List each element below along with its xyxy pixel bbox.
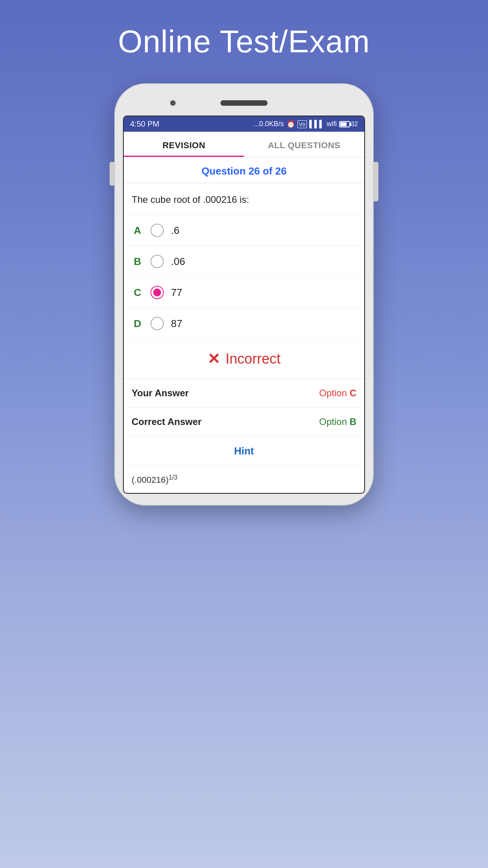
radio-d[interactable]: [150, 317, 164, 330]
wifi-icon: wifi: [327, 120, 337, 128]
phone-top: [123, 95, 365, 111]
alarm-icon: ⏰: [286, 120, 295, 129]
option-row-d[interactable]: D 87: [124, 308, 364, 339]
result-banner: ✕ Incorrect: [124, 339, 364, 379]
question-number: Question 26 of 26: [202, 165, 287, 177]
status-bar: 4:50 PM ...0.0KB/s ⏰ Vo ▌▌▌ wifi 32: [124, 116, 364, 132]
correct-answer-value: Option B: [319, 416, 356, 427]
correct-answer-label: Correct Answer: [132, 416, 202, 427]
radio-c-inner: [153, 289, 161, 296]
network-speed: ...0.0KB/s: [253, 120, 284, 128]
status-right: ...0.0KB/s ⏰ Vo ▌▌▌ wifi 32: [253, 120, 358, 129]
option-row-c[interactable]: C 77: [124, 277, 364, 308]
battery-icon: [339, 121, 350, 127]
hint-superscript: 1/3: [169, 474, 177, 481]
your-answer-row: Your Answer Option C: [124, 379, 364, 408]
question-text: The cube root of .000216 is:: [124, 183, 364, 215]
option-letter-d: D: [132, 318, 143, 330]
vo-icon: Vo: [297, 120, 307, 128]
option-text-b: .06: [171, 256, 185, 268]
result-text: Incorrect: [226, 351, 281, 367]
app-title: Online Test/Exam: [118, 24, 370, 60]
option-text-d: 87: [171, 318, 182, 330]
battery-indicator: 32: [339, 121, 358, 128]
camera-icon: [170, 100, 176, 106]
speaker-icon: [220, 100, 268, 106]
phone-frame: 4:50 PM ...0.0KB/s ⏰ Vo ▌▌▌ wifi 32 REVI…: [114, 83, 374, 506]
hint-content: (.000216)1/3: [124, 466, 364, 493]
option-row-a[interactable]: A .6: [124, 215, 364, 246]
option-text-c: 77: [171, 287, 182, 299]
radio-c[interactable]: [150, 286, 164, 299]
question-header: Question 26 of 26: [124, 157, 364, 183]
hint-label[interactable]: Hint: [234, 445, 254, 457]
tab-bar: REVISION ALL QUESTIONS: [124, 132, 364, 157]
phone-screen: 4:50 PM ...0.0KB/s ⏰ Vo ▌▌▌ wifi 32 REVI…: [123, 116, 365, 494]
tab-all-questions[interactable]: ALL QUESTIONS: [244, 132, 364, 157]
radio-b[interactable]: [150, 255, 164, 268]
option-letter-c: C: [132, 287, 143, 299]
correct-answer-row: Correct Answer Option B: [124, 408, 364, 436]
signal-icon: ▌▌▌: [309, 120, 324, 128]
option-text-a: .6: [171, 224, 180, 237]
hint-row[interactable]: Hint: [124, 436, 364, 466]
your-answer-value: Option C: [319, 388, 356, 399]
incorrect-x-icon: ✕: [207, 350, 220, 368]
radio-a[interactable]: [150, 224, 164, 237]
status-time: 4:50 PM: [130, 120, 159, 129]
option-letter-a: A: [132, 224, 143, 237]
options-container: A .6 B .06 C 77 D 87: [124, 215, 364, 339]
option-letter-b: B: [132, 256, 143, 268]
tab-revision[interactable]: REVISION: [124, 132, 244, 157]
option-row-b[interactable]: B .06: [124, 246, 364, 277]
your-answer-label: Your Answer: [132, 388, 189, 399]
